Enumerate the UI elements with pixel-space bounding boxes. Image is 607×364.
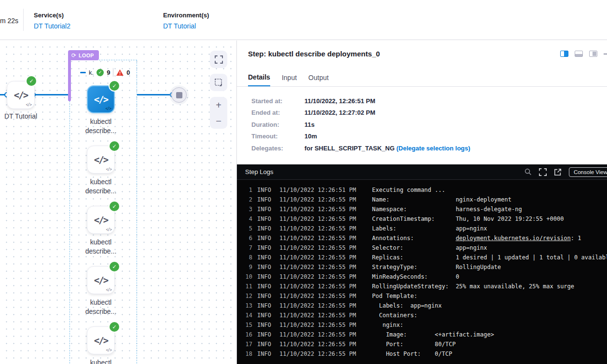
loop-icon: ⟳ (71, 53, 76, 58)
elapsed-duration: m 22s (0, 17, 18, 25)
zoom-in-button[interactable]: + (216, 100, 221, 110)
log-level: INFO (257, 339, 272, 349)
log-search-button[interactable] (524, 168, 532, 175)
panel-layout-controls (560, 51, 607, 57)
log-level: INFO (257, 330, 272, 339)
layout-side-panel-icon[interactable] (589, 51, 597, 57)
log-level: INFO (257, 214, 272, 224)
service-link[interactable]: DT Tutorial2 (34, 22, 70, 30)
detail-value: 10m (304, 133, 317, 140)
services-block: Service(s) DT Tutorial2 (34, 12, 70, 30)
log-line-number: 4 (237, 214, 252, 224)
code-icon (94, 275, 108, 285)
log-timestamp: 11/10/2022 12:26:55 PM (279, 291, 357, 301)
log-line: 16INFO11/10/2022 12:26:55 PM Image: <+ar… (237, 330, 607, 339)
log-timestamp: 11/10/2022 12:26:55 PM (279, 224, 357, 233)
log-line-number: 13 (237, 301, 252, 310)
log-line-number: 7 (237, 243, 252, 253)
success-check-icon: ✓ (110, 202, 119, 211)
minimize-panel-icon[interactable] (604, 54, 607, 54)
detail-label: Delegates: (251, 145, 304, 152)
log-line-number: 1 (237, 185, 252, 195)
success-check-icon: ✓ (110, 141, 119, 151)
log-message: Namespace: harness-delegate-ng (372, 204, 522, 214)
log-line: 4INFO11/10/2022 12:26:55 PMCreationTimes… (237, 214, 607, 224)
log-annotation-link[interactable]: deployment.kubernetes.io/revision (455, 235, 570, 242)
code-icon (94, 335, 108, 346)
pipeline-graph-canvas[interactable]: ✓ DT Tutorial ⟳ LOOP k. ✓ 9 0 ✓kubectlde… (0, 40, 236, 364)
collapse-minus-icon[interactable] (80, 72, 86, 73)
log-level: INFO (257, 195, 272, 204)
node-label: kubectldescribe... (72, 117, 130, 135)
node-kubectl-describe[interactable] (87, 266, 115, 294)
node-kubectl-describe[interactable] (87, 326, 115, 354)
detail-label: Started at: (251, 97, 304, 105)
console-view-toggle[interactable]: Console View (569, 167, 607, 177)
code-icon (14, 90, 28, 100)
log-message: Image: <+artifact.image> (372, 330, 494, 339)
zoom-out-button[interactable]: − (216, 116, 221, 126)
node-label: kubectldescribe... (72, 358, 130, 364)
log-line: 18INFO11/10/2022 12:26:55 PM Host Port: … (237, 349, 607, 359)
end-node[interactable] (171, 87, 187, 103)
log-timestamp: 11/10/2022 12:26:55 PM (279, 204, 357, 214)
log-line: 5INFO11/10/2022 12:26:55 PMLabels: app=n… (237, 224, 607, 233)
loop-accent-bar (68, 60, 71, 101)
log-line-number: 5 (237, 224, 252, 233)
node-kubectl-describe[interactable] (87, 206, 115, 234)
log-timestamp: 11/10/2022 12:26:51 PM (279, 185, 357, 195)
node-kubectl-describe[interactable] (87, 85, 115, 113)
step-logs-console[interactable]: 1INFO11/10/2022 12:26:51 PMExecuting com… (237, 180, 607, 364)
loop-badge[interactable]: ⟳ LOOP (68, 50, 99, 60)
fullscreen-icon (539, 168, 547, 176)
layout-split-horizontal-icon[interactable] (575, 51, 583, 57)
environments-label: Environment(s) (163, 12, 209, 19)
log-message: Name: nginx-deployment (372, 195, 511, 204)
log-line: 12INFO11/10/2022 12:26:55 PMPod Template… (237, 291, 607, 301)
log-timestamp: 11/10/2022 12:26:55 PM (279, 214, 357, 224)
log-line: 3INFO11/10/2022 12:26:55 PMNamespace: ha… (237, 204, 607, 214)
open-in-new-tab-button[interactable] (554, 168, 562, 176)
log-timestamp: 11/10/2022 12:26:55 PM (279, 272, 357, 282)
log-line: 13INFO11/10/2022 12:26:55 PM Labels: app… (237, 301, 607, 310)
delegate-selection-logs-link[interactable]: (Delegate selection logs) (396, 145, 470, 152)
fullscreen-button[interactable] (210, 51, 227, 68)
fullscreen-icon (215, 55, 223, 64)
log-message: Host Port: 0/TCP (372, 349, 452, 359)
topbar-divider (23, 9, 24, 31)
code-icon (94, 215, 108, 225)
detail-row-started: Started at: 11/10/2022, 12:26:51 PM (251, 95, 470, 107)
fit-to-view-button[interactable] (210, 74, 227, 91)
edge-end (137, 94, 173, 95)
stop-square-icon (176, 92, 182, 98)
environments-block: Environment(s) DT Tutorial (163, 12, 209, 30)
code-icon (94, 94, 108, 105)
failed-count: 0 (126, 69, 130, 76)
node-label: DT Tutorial (0, 112, 50, 121)
node-kubectl-describe[interactable] (87, 146, 115, 174)
log-message: Selector: app=nginx (372, 243, 487, 253)
layout-split-vertical-icon[interactable] (560, 51, 568, 57)
fit-selection-icon (214, 78, 223, 87)
tab-details[interactable]: Details (248, 68, 270, 87)
log-timestamp: 11/10/2022 12:26:55 PM (279, 310, 357, 320)
log-line-number: 9 (237, 262, 252, 272)
tab-input[interactable]: Input (282, 68, 297, 87)
success-check-icon: ✓ (110, 322, 119, 332)
step-title: Step: kubectl describe deployments_0 (248, 50, 380, 58)
tab-output[interactable]: Output (308, 68, 329, 87)
log-line-number: 6 (237, 233, 252, 243)
node-label: kubectldescribe... (72, 298, 130, 316)
detail-value: for SHELL_SCRIPT_TASK_NG (304, 145, 396, 152)
log-line-number: 10 (237, 272, 252, 282)
log-message: Containers: (372, 310, 417, 320)
log-fullscreen-button[interactable] (539, 168, 547, 176)
node-label: kubectldescribe... (72, 238, 130, 256)
environment-link[interactable]: DT Tutorial (163, 22, 209, 30)
log-timestamp: 11/10/2022 12:26:55 PM (279, 262, 357, 272)
log-message: StrategyType: RollingUpdate (372, 262, 501, 272)
log-level: INFO (257, 272, 272, 282)
services-label: Service(s) (34, 12, 70, 19)
log-level: INFO (257, 185, 272, 195)
log-line-number: 12 (237, 291, 252, 301)
